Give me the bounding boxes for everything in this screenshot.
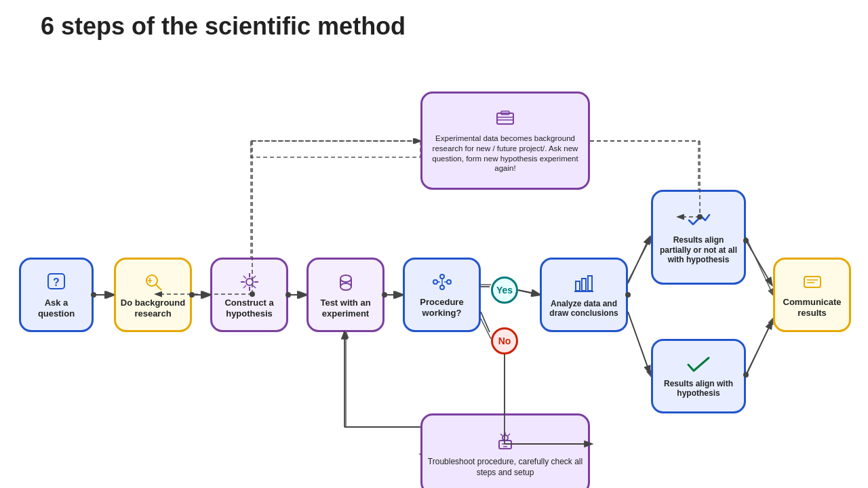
- svg-line-35: [243, 285, 246, 288]
- svg-line-64: [500, 434, 502, 436]
- cycle-box-node: Experimental data becomes background res…: [420, 92, 590, 190]
- page-title: 6 steps of the scientific method: [0, 0, 868, 41]
- svg-point-27: [246, 279, 253, 285]
- svg-rect-49: [588, 276, 592, 291]
- hypothesis-icon: [239, 272, 260, 295]
- analyze-node: Analyze data and draw conclusions: [540, 258, 628, 332]
- svg-line-32: [243, 276, 246, 279]
- ask-label: Ask a question: [25, 298, 87, 319]
- experiment-label: Test with an experiment: [313, 298, 378, 319]
- svg-line-81: [746, 322, 772, 375]
- results-partial-label: Results align partially or not at all wi…: [657, 235, 740, 264]
- results-partial-icon: [686, 211, 711, 232]
- communicate-icon: [802, 272, 823, 294]
- svg-line-33: [253, 285, 256, 288]
- svg-line-80: [746, 241, 772, 285]
- results-partial-node: Results align partially or not at all wi…: [651, 190, 746, 285]
- communicate-node: Communicate results: [773, 258, 851, 332]
- procedure-node: Procedure working?: [403, 258, 481, 332]
- svg-line-63: [508, 434, 510, 436]
- svg-line-13: [746, 237, 773, 295]
- procedure-label: Procedure working?: [409, 297, 475, 318]
- troubleshoot-icon: [494, 431, 517, 454]
- hypothesis-node: Construct a hypothesis: [210, 258, 288, 332]
- communicate-label: Communicate results: [779, 297, 845, 318]
- ask-icon: ?: [46, 272, 66, 295]
- results-align-label: Results align with hypothesis: [657, 379, 740, 399]
- svg-point-41: [440, 274, 444, 279]
- experiment-icon: [336, 272, 356, 295]
- svg-point-43: [440, 285, 444, 289]
- svg-line-11: [628, 237, 651, 281]
- svg-line-79: [628, 312, 650, 373]
- svg-line-12: [628, 312, 651, 376]
- svg-rect-58: [499, 441, 511, 449]
- svg-rect-47: [576, 281, 580, 291]
- ask-question-node: ? Ask a question: [19, 258, 94, 332]
- analyze-label: Analyze data and draw conclusions: [546, 299, 622, 319]
- no-badge: No: [491, 327, 518, 354]
- results-align-icon: [687, 356, 710, 376]
- cycle-icon: [494, 109, 516, 131]
- cycle-label: Experimental data becomes background res…: [427, 134, 584, 174]
- svg-point-42: [447, 280, 451, 284]
- svg-line-24: [156, 285, 161, 290]
- svg-point-36: [340, 275, 351, 282]
- research-icon: [143, 272, 163, 295]
- svg-point-39: [340, 283, 351, 290]
- svg-line-72: [518, 290, 538, 294]
- troubleshoot-node: Troubleshoot procedure, carefully check …: [420, 413, 590, 488]
- analyze-icon: [573, 273, 595, 296]
- svg-rect-48: [582, 279, 586, 291]
- experiment-node: Test with an experiment: [307, 258, 384, 332]
- svg-rect-51: [804, 277, 821, 287]
- svg-rect-15: [251, 141, 420, 157]
- svg-line-34: [253, 276, 256, 279]
- results-align-node: Results align with hypothesis: [651, 339, 746, 413]
- svg-point-40: [433, 280, 437, 284]
- procedure-icon: [432, 272, 452, 294]
- yes-badge: Yes: [491, 277, 518, 304]
- svg-line-6: [518, 290, 540, 295]
- troubleshoot-label: Troubleshoot procedure, carefully check …: [427, 457, 584, 478]
- svg-point-59: [502, 435, 508, 441]
- background-research-node: Do background research: [114, 258, 192, 332]
- svg-line-5: [481, 319, 491, 339]
- background-label: Do background research: [120, 298, 186, 319]
- svg-line-14: [746, 319, 773, 376]
- svg-text:?: ?: [53, 277, 60, 288]
- svg-line-78: [628, 237, 650, 283]
- hypothesis-label: Construct a hypothesis: [216, 298, 282, 319]
- svg-line-73: [481, 312, 490, 332]
